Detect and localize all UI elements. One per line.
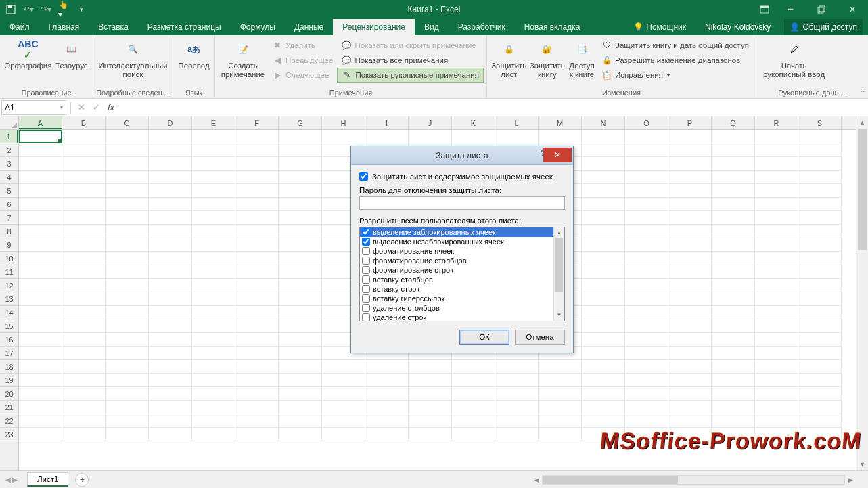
cell[interactable]: [62, 252, 106, 265]
cell[interactable]: [668, 387, 712, 401]
cell[interactable]: [798, 143, 842, 157]
cell[interactable]: [452, 130, 495, 143]
cell[interactable]: [322, 414, 365, 428]
spelling-button[interactable]: ABC✓Орфография: [3, 37, 53, 87]
cell[interactable]: [19, 252, 62, 265]
cell[interactable]: [712, 198, 755, 211]
cell[interactable]: [279, 374, 322, 387]
cell[interactable]: [19, 347, 62, 360]
translate-button[interactable]: aあПеревод: [176, 37, 212, 87]
cell[interactable]: [755, 238, 798, 252]
cell[interactable]: [279, 157, 322, 171]
cell[interactable]: [62, 211, 106, 225]
cell[interactable]: [106, 171, 149, 184]
cell[interactable]: [62, 225, 106, 238]
permission-item[interactable]: выделение заблокированных ячеек: [360, 227, 553, 237]
cell[interactable]: [235, 252, 279, 265]
cell[interactable]: [409, 428, 452, 441]
column-header[interactable]: R: [755, 116, 798, 129]
cell[interactable]: [192, 414, 235, 428]
cell[interactable]: [495, 374, 539, 387]
column-header[interactable]: Q: [712, 116, 755, 129]
cell[interactable]: [365, 130, 409, 143]
cell[interactable]: [279, 333, 322, 347]
column-header[interactable]: E: [192, 116, 235, 129]
cell[interactable]: [19, 130, 62, 143]
cell[interactable]: [668, 130, 712, 143]
cell[interactable]: [235, 143, 279, 157]
cell[interactable]: [582, 428, 625, 441]
cell[interactable]: [192, 387, 235, 401]
cell[interactable]: [106, 198, 149, 211]
smart-lookup-button[interactable]: 🔍Интеллектуальный поиск: [96, 37, 170, 87]
cell[interactable]: [668, 211, 712, 225]
cell[interactable]: [755, 374, 798, 387]
cell[interactable]: [625, 184, 668, 198]
cell[interactable]: [582, 184, 625, 198]
row-header[interactable]: 6: [0, 198, 18, 211]
cell[interactable]: [62, 319, 106, 333]
column-header[interactable]: K: [452, 116, 495, 129]
cell[interactable]: [755, 360, 798, 374]
cell[interactable]: [192, 130, 235, 143]
row-header[interactable]: 13: [0, 292, 18, 306]
cell[interactable]: [19, 333, 62, 347]
row-header[interactable]: 18: [0, 360, 18, 374]
cell[interactable]: [192, 374, 235, 387]
cell[interactable]: [798, 198, 842, 211]
cell[interactable]: [19, 238, 62, 252]
cell[interactable]: [798, 130, 842, 143]
cell[interactable]: [668, 333, 712, 347]
cell[interactable]: [62, 360, 106, 374]
cell[interactable]: [755, 306, 798, 319]
column-header[interactable]: F: [235, 116, 279, 129]
column-header[interactable]: N: [582, 116, 625, 129]
cell[interactable]: [106, 211, 149, 225]
password-input[interactable]: [359, 196, 565, 210]
cell[interactable]: [755, 414, 798, 428]
cell[interactable]: [149, 306, 192, 319]
cell[interactable]: [19, 198, 62, 211]
cell[interactable]: [582, 171, 625, 184]
cell[interactable]: [19, 184, 62, 198]
cell[interactable]: [106, 306, 149, 319]
cell[interactable]: [19, 211, 62, 225]
cell[interactable]: [279, 198, 322, 211]
cell[interactable]: [712, 238, 755, 252]
column-header[interactable]: G: [279, 116, 322, 129]
row-header[interactable]: 19: [0, 374, 18, 387]
cell[interactable]: [755, 347, 798, 360]
cell[interactable]: [712, 211, 755, 225]
cell[interactable]: [712, 225, 755, 238]
cell[interactable]: [755, 401, 798, 414]
cell[interactable]: [582, 401, 625, 414]
cell[interactable]: [755, 211, 798, 225]
redo-icon[interactable]: ↷▾: [41, 4, 51, 15]
column-header[interactable]: M: [539, 116, 582, 129]
cell[interactable]: [106, 225, 149, 238]
cell[interactable]: [495, 414, 539, 428]
cell[interactable]: [582, 347, 625, 360]
tab-custom[interactable]: Новая вкладка: [515, 19, 590, 35]
track-changes-button[interactable]: 📋Исправления▾: [597, 68, 753, 83]
column-header[interactable]: S: [798, 116, 842, 129]
cell[interactable]: [235, 387, 279, 401]
cell[interactable]: [62, 414, 106, 428]
cell[interactable]: [192, 184, 235, 198]
cell[interactable]: [279, 292, 322, 306]
cell[interactable]: [365, 387, 409, 401]
cell[interactable]: [19, 374, 62, 387]
dialog-close-button[interactable]: ✕: [543, 148, 572, 162]
cell[interactable]: [149, 333, 192, 347]
cell[interactable]: [712, 401, 755, 414]
row-header[interactable]: 22: [0, 414, 18, 428]
tab-formulas[interactable]: Формулы: [231, 19, 285, 35]
tab-data[interactable]: Данные: [285, 19, 333, 35]
cell[interactable]: [668, 157, 712, 171]
cell[interactable]: [235, 225, 279, 238]
cell[interactable]: [192, 292, 235, 306]
cell[interactable]: [755, 143, 798, 157]
permission-item[interactable]: форматирование столбцов: [360, 256, 553, 265]
cell[interactable]: [279, 306, 322, 319]
close-button[interactable]: ✕: [837, 0, 868, 19]
